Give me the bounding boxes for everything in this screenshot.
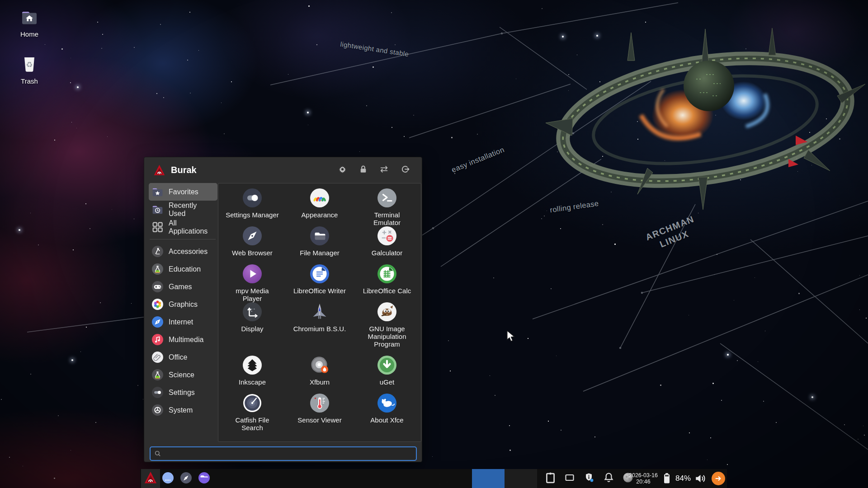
sidebar-item-accessories[interactable]: Accessories xyxy=(149,243,217,260)
app-label: Appearance xyxy=(302,211,338,219)
sidebar-item-games[interactable]: Games xyxy=(149,278,217,296)
switch-user-button[interactable] xyxy=(378,165,389,176)
user-name: Burak xyxy=(171,165,197,175)
tray-security-shield[interactable] xyxy=(581,469,597,488)
tray-clipboard-manager[interactable] xyxy=(542,469,558,488)
logout-icon xyxy=(400,164,410,176)
app-mpv-media-player[interactable]: mpv Media Player xyxy=(219,263,286,301)
settings-button[interactable] xyxy=(337,165,348,176)
app-xfburn[interactable]: Xfburn xyxy=(286,354,354,392)
archman-logo-icon xyxy=(153,164,165,176)
app-label: Sensor Viewer xyxy=(297,416,341,424)
app-sensor-viewer[interactable]: Sensor Viewer xyxy=(286,392,354,434)
app-xfburn-icon xyxy=(309,354,330,376)
cat-office-icon xyxy=(151,351,164,363)
app-label: Inkscape xyxy=(239,378,266,386)
sidebar-item-all-applications[interactable]: All Applications xyxy=(149,218,217,236)
app-label: About Xfce xyxy=(370,416,403,424)
app-settings-icon xyxy=(241,187,263,209)
app-terminal-icon xyxy=(376,187,398,209)
app-label: Galculator xyxy=(372,249,402,257)
panel-launcher-launcher-files[interactable] xyxy=(196,469,212,488)
app-web-browser[interactable]: Web Browser xyxy=(219,225,286,263)
app-inkscape[interactable]: Inkscape xyxy=(219,354,286,392)
app-label: Settings Manager xyxy=(226,211,279,219)
app-terminal-emulator[interactable]: Terminal Emulator xyxy=(354,187,421,225)
app-browser-icon xyxy=(241,225,263,247)
menu-apps-panel: Settings ManagerAppearanceTerminal Emula… xyxy=(218,183,421,442)
purple-files-icon xyxy=(198,472,210,486)
sidebar-item-multimedia[interactable]: Multimedia xyxy=(149,331,217,348)
sidebar-item-settings[interactable]: Settings xyxy=(149,384,217,401)
clock-time: 20:46 xyxy=(636,479,650,485)
app-appearance[interactable]: Appearance xyxy=(286,187,354,225)
sidebar-item-favorites[interactable]: Favorites xyxy=(149,183,217,201)
switch-arrows-icon xyxy=(379,164,389,176)
panel-menu-button[interactable] xyxy=(141,469,160,488)
workspace-2[interactable] xyxy=(505,469,537,488)
desktop-icon-label: Trash xyxy=(11,77,48,85)
search-bar[interactable] xyxy=(150,446,417,461)
desktop-icon-home[interactable]: Home xyxy=(11,9,48,38)
home-folder-icon xyxy=(20,20,39,28)
arrow-right-icon xyxy=(712,472,725,485)
vignette xyxy=(0,0,868,488)
log-out-button[interactable] xyxy=(399,165,410,176)
app-catfish-file-search[interactable]: Catfish File Search xyxy=(219,392,286,434)
blue-dot-app-icon xyxy=(162,472,174,486)
app-label: Xfburn xyxy=(310,378,330,386)
panel-launcher-launcher-app[interactable] xyxy=(160,469,175,488)
menu-actions xyxy=(337,165,415,176)
panel-launcher-launcher-browser[interactable] xyxy=(178,469,193,488)
sidebar-item-label: All Applications xyxy=(169,219,214,235)
desktop: lightweight and stable easy installation… xyxy=(0,0,868,488)
app-libreoffice-calc[interactable]: LibreOffice Calc xyxy=(354,263,421,301)
sidebar-item-label: Multimedia xyxy=(169,336,203,344)
sidebar-item-label: System xyxy=(169,406,193,414)
desktop-icon-trash[interactable]: ♻ Trash xyxy=(11,56,48,85)
app-label: LibreOffice Writer xyxy=(293,287,346,295)
sidebar-item-label: Favorites xyxy=(169,188,198,196)
folder-star-icon xyxy=(151,186,164,198)
tray-display-icon xyxy=(565,474,575,483)
sidebar-item-recently-used[interactable]: Recently Used xyxy=(149,201,217,218)
tray-notifications[interactable] xyxy=(601,469,616,488)
sidebar-item-science[interactable]: Science xyxy=(149,366,217,384)
archman-logo-icon xyxy=(144,471,157,486)
sidebar-item-internet[interactable]: Internet xyxy=(149,313,217,331)
sidebar-item-education[interactable]: Education xyxy=(149,260,217,278)
cat-graphics-icon xyxy=(151,298,164,310)
app-display[interactable]: Display xyxy=(219,301,286,354)
sidebar-item-graphics[interactable]: Graphics xyxy=(149,296,217,313)
sidebar-item-label: Recently Used xyxy=(169,202,214,218)
sidebar-item-system[interactable]: System xyxy=(149,401,217,419)
app-uget-icon xyxy=(376,354,398,376)
app-settings-manager[interactable]: Settings Manager xyxy=(219,187,286,225)
panel-clock[interactable]: 2026-03-16 20:46 xyxy=(627,469,660,488)
app-libreoffice-writer[interactable]: LibreOffice Writer xyxy=(286,263,354,301)
app-galculator[interactable]: Galculator xyxy=(354,225,421,263)
app-uget[interactable]: uGet xyxy=(354,354,421,392)
app-writer-icon xyxy=(309,263,330,285)
desktop-icon-label: Home xyxy=(11,30,48,38)
app-file-manager[interactable]: File Manager xyxy=(286,225,354,263)
cat-science-icon xyxy=(151,369,164,381)
volume-icon[interactable] xyxy=(693,469,707,488)
cat-settings-icon xyxy=(151,386,164,399)
workspace-1[interactable] xyxy=(472,469,505,488)
apps-grid-icon xyxy=(151,221,164,233)
trash-bin-icon: ♻ xyxy=(20,67,38,75)
app-chromium-b-s-u[interactable]: Chromium B.S.U. xyxy=(286,301,354,354)
lock-screen-button[interactable] xyxy=(358,165,368,176)
app-about-xfce[interactable]: About Xfce xyxy=(354,392,421,434)
app-sensor-icon xyxy=(309,392,330,414)
battery-percent[interactable]: 84% xyxy=(673,469,693,488)
app-gnu-image-manipulation-program[interactable]: GNU Image Manipulation Program xyxy=(354,301,421,354)
cat-games-icon xyxy=(151,281,164,293)
tray-display-settings[interactable] xyxy=(562,469,577,488)
search-icon xyxy=(154,450,161,457)
search-input[interactable] xyxy=(165,450,412,458)
sidebar-item-office[interactable]: Office xyxy=(149,348,217,366)
battery-icon[interactable] xyxy=(661,469,673,488)
panel-logout-button[interactable] xyxy=(710,469,727,488)
